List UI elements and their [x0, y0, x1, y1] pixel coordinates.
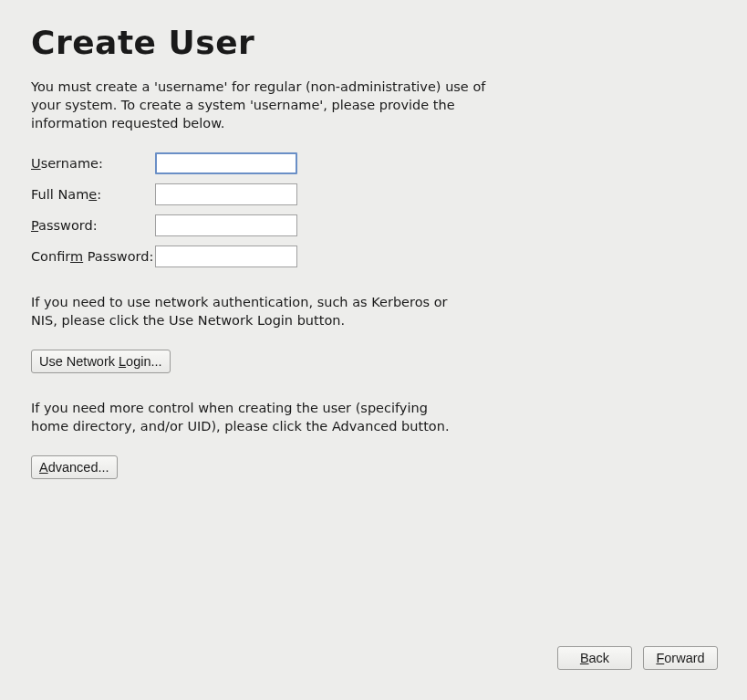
network-auth-text: If you need to use network authenticatio…: [31, 293, 460, 329]
advanced-text: If you need more control when creating t…: [31, 399, 460, 435]
password-input[interactable]: [155, 214, 297, 236]
advanced-button[interactable]: Advanced...: [31, 455, 118, 479]
username-input[interactable]: [155, 152, 297, 174]
row-username: Username:: [31, 152, 716, 174]
footer-buttons: Back Forward: [557, 646, 718, 670]
row-fullname: Full Name:: [31, 183, 716, 205]
label-fullname: Full Name:: [31, 187, 155, 202]
page-title: Create User: [31, 24, 716, 61]
label-username: Username:: [31, 156, 155, 171]
label-password: Password:: [31, 218, 155, 233]
use-network-login-button[interactable]: Use Network Login...: [31, 350, 171, 373]
forward-button[interactable]: Forward: [643, 646, 718, 670]
back-button[interactable]: Back: [557, 646, 632, 670]
row-confirm: Confirm Password:: [31, 246, 716, 267]
label-confirm: Confirm Password:: [31, 249, 155, 264]
row-password: Password:: [31, 214, 716, 236]
main-content: Create User You must create a 'username'…: [0, 0, 747, 479]
intro-text: You must create a 'username' for regular…: [31, 78, 496, 132]
fullname-input[interactable]: [155, 183, 297, 205]
confirm-password-input[interactable]: [155, 246, 297, 267]
